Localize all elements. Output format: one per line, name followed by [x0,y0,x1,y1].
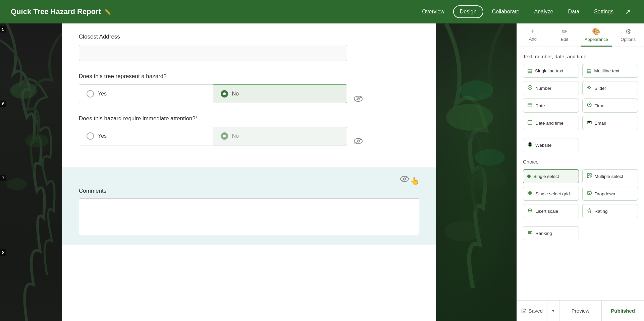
attention-no-label: No [232,133,239,139]
hazard-no-circle [221,90,228,98]
tab-appearance[interactable]: 🎨 Appearance [581,23,612,47]
share-button[interactable]: ↗ [622,5,633,18]
sidebar-background: 5 6 7 8 [0,23,62,321]
comp-rating-label: Rating [595,209,608,214]
comp-number[interactable]: Number [523,81,579,95]
comp-rating[interactable]: Rating [582,204,638,218]
svg-rect-17 [528,103,532,107]
svg-point-11 [446,104,493,131]
comp-single-select-grid[interactable]: Single select grid [523,187,579,201]
address-label: Closest Address [79,34,347,40]
hazard-section: Does this tree represent a hazard? Yes N… [79,73,347,103]
nav-analyze[interactable]: Analyze [528,6,559,17]
tab-edit[interactable]: ✏ Edit [549,23,581,47]
svg-point-15 [475,149,505,166]
nav-design[interactable]: Design [453,5,483,18]
comp-email[interactable]: Email [582,116,638,130]
tab-add[interactable]: + Add [517,23,549,47]
preview-button[interactable]: Preview [559,301,602,321]
nav-data[interactable]: Data [562,6,585,17]
svg-rect-36 [523,309,525,310]
row-number-7: 7 [0,175,6,181]
single-select-grid-icon [527,190,533,197]
section2-title: Choice [523,159,638,165]
left-sidebar-photo: 5 6 7 8 [0,23,62,321]
cursor-icon: 👆 [410,177,419,186]
singleline-icon: ▤ [527,68,532,74]
comp-ranking[interactable]: Ranking [523,226,579,240]
attention-section: Does this hazard require immediate atten… [79,115,347,145]
svg-point-33 [528,210,529,211]
svg-rect-27 [530,191,532,193]
comp-slider[interactable]: Slider [582,81,638,95]
comp-single-select[interactable]: Single select [523,169,579,183]
comments-label: Comments [79,188,419,194]
attention-no-option[interactable]: No [213,127,347,145]
nav-overview[interactable]: Overview [416,6,450,17]
comp-number-label: Number [535,86,551,91]
comp-datetime[interactable]: Date and time [523,116,579,130]
hazard-no-label: No [232,91,239,97]
svg-point-34 [531,210,532,211]
required-mark: * [196,115,198,122]
app-title: Quick Tree Hazard Report [11,7,101,16]
hazard-visibility-toggle[interactable] [354,96,363,104]
attention-radio-group: Yes No [79,127,347,145]
add-icon: + [531,27,535,35]
panel-content: Text, number, date, and time ▤ Singlelin… [517,47,644,300]
edit-title-icon[interactable]: ✏️ [104,9,111,15]
published-label: Published [611,308,635,314]
comp-likert-label: Likert scale [535,209,558,214]
comp-singleline[interactable]: ▤ Singleline text [523,64,579,78]
panel-footer: Saved ▾ Preview Published [517,300,644,321]
saved-icon [521,308,527,314]
slider-icon [587,85,592,91]
form-section-address: Closest Address Does this tree represent… [62,23,364,168]
comp-likert[interactable]: Likert scale [523,204,579,218]
svg-point-12 [466,166,506,189]
comp-website-label: Website [535,143,552,148]
attention-yes-label: Yes [98,133,107,139]
comp-date[interactable]: Date [523,99,579,113]
comp-singleline-label: Singleline text [535,68,563,73]
nav-links-group: Overview Design Collaborate Analyze Data… [416,5,633,18]
svg-point-16 [588,86,590,88]
hazard-yes-circle [87,90,94,98]
hazard-yes-option[interactable]: Yes [79,84,213,103]
hazard-no-option[interactable]: No [213,84,347,103]
comp-time[interactable]: Time [582,99,638,113]
comp-website[interactable]: Website [523,138,579,152]
svg-point-2 [25,134,49,147]
comp-multiple-select-label: Multiple select [595,174,624,179]
multiline-icon: ▤ [587,68,592,74]
svg-point-14 [460,80,493,101]
attention-yes-option[interactable]: Yes [79,127,213,145]
comp-dropdown[interactable]: Dropdown [582,187,638,201]
saved-button[interactable]: Saved [517,301,547,321]
single-select-dot [527,175,531,178]
nav-settings[interactable]: Settings [588,6,620,17]
section1-title: Text, number, date, and time [523,54,638,59]
comp-dropdown-label: Dropdown [595,191,615,196]
attention-visibility-toggle[interactable] [354,138,363,146]
comp-multiline-label: Multiline text [594,68,620,73]
options-icon: ⚙ [625,27,631,36]
svg-point-13 [444,221,481,241]
comp-multiple-select[interactable]: Multiple select [582,169,638,183]
tab-appearance-label: Appearance [585,37,608,42]
number-icon [527,85,533,91]
svg-rect-25 [587,176,589,178]
eye-icon [354,96,363,102]
comp-multiline[interactable]: ▤ Multiline text [582,64,638,78]
saved-dropdown-arrow[interactable]: ▾ [547,301,559,321]
comments-visibility-toggle[interactable] [400,176,409,184]
tab-options[interactable]: ⚙ Options [612,23,644,47]
website-icon [527,142,533,148]
app-title-group: Quick Tree Hazard Report ✏️ [11,7,111,16]
comments-input[interactable] [79,198,419,235]
address-input[interactable] [79,45,347,61]
nav-collaborate[interactable]: Collaborate [486,6,526,17]
published-button[interactable]: Published [602,301,644,321]
hazard-yes-label: Yes [98,91,107,97]
row-number-6: 6 [0,101,6,107]
